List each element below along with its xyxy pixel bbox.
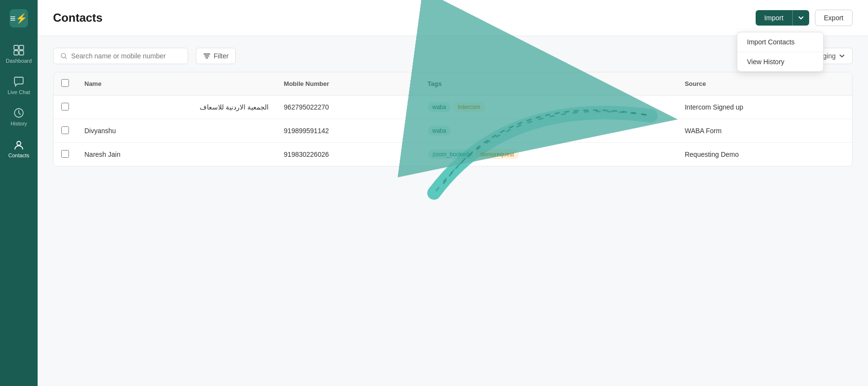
sidebar-item-contacts[interactable]: Contacts [0,133,38,165]
row-checkbox-cell [54,96,77,119]
row-checkbox-0[interactable] [61,103,69,110]
sidebar-contacts-label: Contacts [8,152,29,159]
sidebar-item-live-chat[interactable]: Live Chat [0,70,38,101]
import-dropdown-button[interactable] [792,10,809,26]
tag-waba: waba [428,126,451,136]
table-row: Naresh Jain919830226026zoom_bookeddemore… [54,143,852,166]
svg-text:≡⚡: ≡⚡ [10,13,28,24]
row-tags: waba [420,119,677,143]
filter-icon [203,52,211,60]
import-button-group: Import [756,10,809,26]
search-icon [60,52,68,60]
page-content: Filter Template Messaging Name [38,36,868,386]
contacts-table: Name Mobile Number Tags Source الجمعية ا… [54,72,852,166]
export-button[interactable]: Export [815,10,853,26]
row-mobile: 919899591142 [276,119,420,143]
sidebar-item-history[interactable]: History [0,101,38,133]
import-dropdown-menu: Import Contacts View History [737,32,824,72]
toolbar: Filter Template Messaging [53,48,853,64]
chat-icon [13,76,25,87]
th-checkbox [54,72,77,96]
table-header-row: Name Mobile Number Tags Source [54,72,852,96]
svg-rect-3 [19,45,24,50]
svg-rect-5 [19,51,24,55]
table-body: الجمعية الاردنية للاسعاف962795022270waba… [54,96,852,166]
history-icon [13,107,25,119]
table-row: الجمعية الاردنية للاسعاف962795022270waba… [54,96,852,119]
row-mobile: 962795022270 [276,96,420,119]
filter-button[interactable]: Filter [196,48,236,64]
th-source: Source [677,72,852,96]
select-all-checkbox[interactable] [61,79,69,87]
dashboard-icon [13,44,25,56]
sidebar-dashboard-label: Dashboard [6,58,32,64]
row-checkbox-1[interactable] [61,126,69,134]
row-checkbox-cell [54,119,77,143]
th-tags: Tags [420,72,677,96]
row-tags: wabaIntercom [420,96,677,119]
row-source: Intercom Signed up [677,96,852,119]
th-name: Name [77,72,276,96]
dropdown-view-history[interactable]: View History [737,52,823,71]
tag-waba: waba [428,102,451,112]
filter-label: Filter [214,52,229,60]
sidebar-livechat-label: Live Chat [8,89,30,96]
tag-intercom: Intercom [453,102,485,112]
row-name: Naresh Jain [77,143,276,166]
template-chevron-icon [839,53,845,59]
row-mobile: 919830226026 [276,143,420,166]
tag-zoom: zoom_booked [428,150,474,159]
th-mobile: Mobile Number [276,72,420,96]
search-box[interactable] [53,48,188,64]
row-checkbox-2[interactable] [61,150,69,158]
tag-demo: demorequest [475,150,519,159]
svg-rect-2 [14,45,18,50]
page-title: Contacts [53,11,103,25]
main-content: Contacts Import Export Import Contacts V… [38,0,868,386]
row-name: الجمعية الاردنية للاسعاف [77,96,276,119]
svg-point-7 [17,141,21,145]
search-input[interactable] [71,52,181,60]
row-source: Requesting Demo [677,143,852,166]
app-logo: ≡⚡ [8,8,29,29]
row-checkbox-cell [54,143,77,166]
contacts-table-container: Name Mobile Number Tags Source الجمعية ا… [53,72,853,166]
table-row: Divyanshu919899591142wabaWABA Form [54,119,852,143]
svg-rect-4 [14,51,18,55]
row-name: Divyanshu [77,119,276,143]
contacts-icon [13,139,25,151]
sidebar-item-dashboard[interactable]: Dashboard [0,39,38,70]
import-button[interactable]: Import [756,10,792,26]
page-header: Contacts Import Export Import Contacts V… [38,0,868,36]
header-actions: Import Export Import Contacts View Histo… [756,10,853,26]
dropdown-import-contacts[interactable]: Import Contacts [737,32,823,52]
sidebar-history-label: History [11,121,27,127]
sidebar: ≡⚡ Dashboard Live Chat Hist [0,0,38,386]
row-source: WABA Form [677,119,852,143]
row-tags: zoom_bookeddemorequest [420,143,677,166]
chevron-down-icon [798,14,804,21]
